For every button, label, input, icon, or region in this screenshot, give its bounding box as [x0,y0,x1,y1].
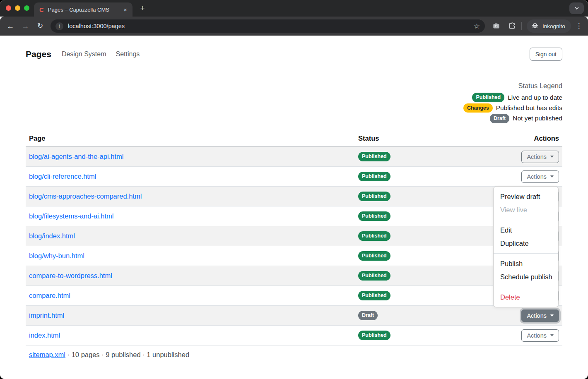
status-badge: Published [472,93,504,102]
sitemap-link[interactable]: sitemap.xml [29,351,65,358]
actions-button-label: Actions [527,173,547,180]
actions-dropdown-button[interactable]: Actions [521,329,559,342]
bookmark-star-icon[interactable]: ☆ [474,22,480,31]
actions-dropdown-button-open[interactable]: Actions [521,309,559,322]
window-controls [6,5,29,11]
table-row: blog/index.html Published Actions [26,226,562,246]
status-legend: Status Legend Published Live and up to d… [26,82,562,124]
page-link[interactable]: blog/cli-reference.html [29,173,96,180]
actions-dropdown-menu: Preview draft View live Edit Duplicate P… [493,186,559,307]
minimize-window-button[interactable] [15,5,20,11]
status-badge: Draft [490,114,509,123]
legend-label: Live and up to date [508,94,562,101]
table-row: blog/filesystems-and-ai.html Published A… [26,206,562,226]
legend-item-changes: Changes Published but has edits [26,103,562,113]
actions-button-label: Actions [527,332,547,339]
app-header: Pages Design System Settings Sign out [26,36,562,61]
site-info-icon[interactable]: i [55,22,63,30]
menu-item-edit[interactable]: Edit [494,223,558,237]
table-row: index.html Published Actions [26,326,562,345]
status-badge: Published [358,152,390,161]
table-row: blog/cli-reference.html Published Action… [26,167,562,187]
page-content: Pages Design System Settings Sign out St… [0,36,588,379]
actions-dropdown-button[interactable]: Actions [521,170,559,183]
forward-button: → [20,21,31,31]
status-badge: Published [358,291,390,300]
browser-window: C Pages – Capuzzella CMS × + ← → ↻ i loc… [0,0,588,379]
legend-label: Published but has edits [496,104,562,112]
nav-link-design-system[interactable]: Design System [62,50,106,58]
table-row: blog/why-bun.html Published Actions [26,246,562,266]
back-button[interactable]: ← [5,21,16,31]
status-legend-title: Status Legend [26,82,562,90]
page-link[interactable]: blog/ai-agents-and-the-api.html [29,153,123,160]
page-title: Pages [26,49,51,59]
page-link[interactable]: blog/cms-approaches-compared.html [29,192,142,200]
table-row: compare-to-wordpress.html Published Acti… [26,266,562,286]
reload-button[interactable]: ↻ [35,21,46,31]
status-badge: Published [358,211,390,221]
tab-search-chevron-button[interactable] [569,2,584,14]
actions-button-label: Actions [527,312,547,319]
tab-title: Pages – Capuzzella CMS [48,7,122,13]
browser-menu-dots-icon[interactable]: ⋮ [575,21,583,31]
sign-out-button[interactable]: Sign out [530,48,562,61]
table-body: blog/ai-agents-and-the-api.html Publishe… [26,147,562,345]
toolbar-separator [521,22,522,30]
actions-dropdown-button[interactable]: Actions [521,151,559,163]
page-link[interactable]: compare-to-wordpress.html [29,272,112,279]
extensions-puzzle-icon[interactable] [508,22,516,30]
status-badge: Draft [358,311,378,320]
browser-tab[interactable]: C Pages – Capuzzella CMS × [34,2,133,17]
zoom-window-button[interactable] [24,5,29,11]
status-badge: Published [358,231,390,241]
page-link[interactable]: compare.html [29,292,70,299]
column-header-page: Page [26,134,355,142]
top-nav: Design System Settings [62,50,140,58]
status-badge: Published [358,331,390,340]
status-badge: Changes [463,103,493,113]
column-header-actions: Actions [530,134,562,142]
close-tab-icon[interactable]: × [122,6,128,13]
menu-divider [494,253,558,254]
nav-link-settings[interactable]: Settings [116,50,140,58]
pages-table: Page Status Actions blog/ai-agents-and-t… [26,131,562,345]
actions-button-label: Actions [527,154,547,160]
footer-summary: · 10 pages · 9 published · 1 unpublished [65,351,189,358]
menu-item-duplicate[interactable]: Duplicate [494,237,558,250]
table-footer: sitemap.xml · 10 pages · 9 published · 1… [26,345,562,359]
page-link[interactable]: blog/why-bun.html [29,252,84,259]
new-tab-button[interactable]: + [137,3,148,14]
menu-divider [494,287,558,287]
status-badge: Published [358,192,390,201]
menu-item-preview-draft[interactable]: Preview draft [494,190,558,203]
close-window-button[interactable] [6,5,11,11]
incognito-profile-badge[interactable]: Inkognito [527,19,571,33]
column-header-status: Status [355,134,530,142]
address-bar[interactable]: i localhost:3000/pages ☆ [51,19,485,33]
incognito-icon [531,22,539,30]
page-link[interactable]: imprint.html [29,312,64,319]
table-row: blog/ai-agents-and-the-api.html Publishe… [26,147,562,167]
menu-item-view-live: View live [494,203,558,216]
url-text[interactable]: localhost:3000/pages [68,23,474,29]
menu-item-schedule-publish[interactable]: Schedule publish [494,270,558,283]
table-header-row: Page Status Actions [26,131,562,147]
legend-label: Not yet published [513,115,562,122]
camera-icon[interactable] [492,22,500,30]
tab-strip: C Pages – Capuzzella CMS × + [0,0,588,17]
page-link[interactable]: index.html [29,331,60,339]
menu-item-publish[interactable]: Publish [494,257,558,270]
browser-toolbar: ← → ↻ i localhost:3000/pages ☆ Inkognito… [0,17,588,36]
page-link[interactable]: blog/filesystems-and-ai.html [29,212,114,220]
page-link[interactable]: blog/index.html [29,232,75,240]
status-badge: Published [358,271,390,281]
favicon-icon: C [39,6,44,13]
menu-item-delete[interactable]: Delete [494,290,558,304]
legend-item-published: Published Live and up to date [26,92,562,103]
table-row: blog/cms-approaches-compared.html Publis… [26,187,562,206]
menu-divider [494,220,558,220]
status-badge: Published [358,172,390,181]
profile-label: Inkognito [542,23,565,29]
chevron-down-icon [574,5,580,11]
